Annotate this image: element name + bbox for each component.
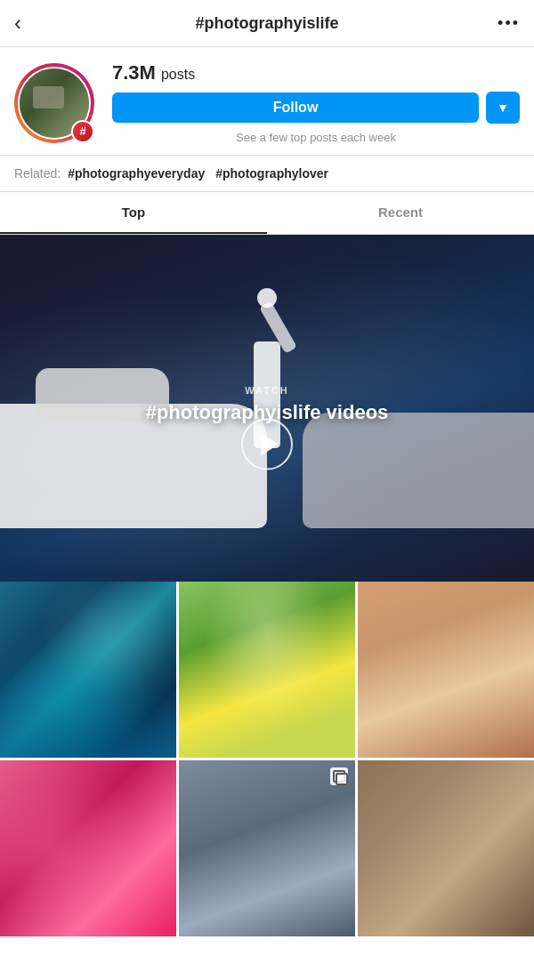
- back-button[interactable]: ‹: [14, 11, 50, 36]
- posts-label: posts: [161, 67, 195, 83]
- grid-item-4[interactable]: [0, 760, 176, 936]
- related-label: Related:: [14, 166, 61, 181]
- posts-number: 7.3M: [112, 61, 156, 84]
- tab-recent[interactable]: Recent: [267, 192, 534, 234]
- watch-label: WATCH: [146, 385, 389, 396]
- related-tags: #photographyeveryday #photographylover: [68, 166, 328, 181]
- grid-item-2[interactable]: [179, 582, 355, 758]
- related-tag-1[interactable]: #photographyeveryday: [68, 166, 205, 181]
- grid-image-4: [0, 760, 176, 936]
- grid-image-3: [358, 582, 534, 758]
- related-section: Related: #photographyeveryday #photograp…: [0, 155, 534, 192]
- page-title: #photographyislife: [50, 14, 484, 33]
- app-header: ‹ #photographyislife •••: [0, 0, 534, 47]
- grid-image-2: [179, 582, 355, 758]
- posts-count: 7.3M posts: [112, 61, 520, 84]
- photo-grid: [0, 582, 534, 936]
- multi-photo-icon: [330, 767, 348, 785]
- play-icon: [261, 433, 279, 456]
- tabs: Top Recent: [0, 192, 534, 235]
- video-banner[interactable]: WATCH #photographyislife videos: [0, 235, 534, 582]
- avatar-container: #: [14, 63, 94, 143]
- follow-dropdown-button[interactable]: ▼: [486, 92, 520, 124]
- profile-info: 7.3M posts Follow ▼ See a few top posts …: [112, 61, 520, 144]
- more-options-button[interactable]: •••: [484, 14, 520, 33]
- follow-row: Follow ▼: [112, 92, 520, 124]
- follow-button[interactable]: Follow: [112, 92, 479, 123]
- tab-top[interactable]: Top: [0, 192, 267, 234]
- profile-section: # 7.3M posts Follow ▼ See a few top post…: [0, 47, 534, 155]
- grid-image-1: [0, 582, 176, 758]
- top-posts-hint: See a few top posts each week: [112, 131, 520, 144]
- hashtag-badge: #: [71, 120, 94, 143]
- related-tag-2[interactable]: #photographylover: [215, 166, 328, 181]
- grid-item-1[interactable]: [0, 582, 176, 758]
- car-right-decoration: [303, 413, 534, 528]
- grid-item-6[interactable]: [358, 760, 534, 936]
- grid-image-6: [358, 760, 534, 936]
- grid-item-3[interactable]: [358, 582, 534, 758]
- hashtag-symbol: #: [79, 125, 85, 138]
- play-button[interactable]: [241, 419, 293, 470]
- grid-item-5[interactable]: [179, 760, 355, 936]
- grid-image-5: [179, 760, 355, 936]
